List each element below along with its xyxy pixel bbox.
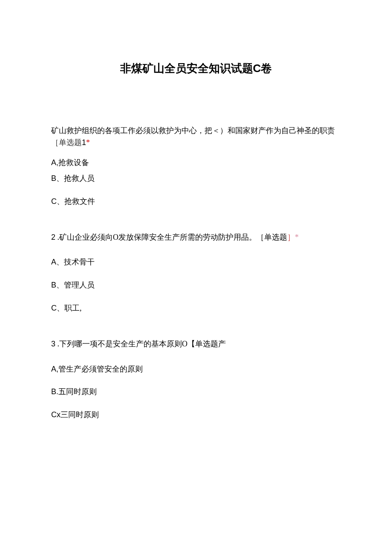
question-3-num: 3: [51, 340, 55, 348]
option-label: A,: [51, 158, 58, 167]
option-text: 抢救人员: [64, 174, 95, 183]
question-1-tag: ［单选题: [51, 138, 82, 147]
page-title: 非煤矿山全员安全知识试题C卷: [51, 60, 341, 78]
option-label: B.: [51, 387, 58, 396]
option-text: 管生产必须管安全的原则: [58, 365, 143, 373]
question-2-text: 2 .矿山企业必须向O发放保障安全生产所需的劳动防护用品。［单选题］*: [51, 231, 341, 244]
q2-option-b: B、管理人员: [51, 279, 341, 291]
option-label: C、: [51, 197, 64, 206]
question-2-stem: .矿山企业必须向O发放保障安全生产所需的劳动防护用品。［单选题: [55, 233, 287, 241]
question-3-text: 3 .下列哪一项不是安全生产的基本原则O【单选题产: [51, 338, 341, 350]
bracket-close: ］: [287, 233, 295, 241]
option-label: A、: [51, 258, 64, 266]
question-1-tag-num: 1: [82, 138, 86, 147]
q1-option-a: A,抢救设备: [51, 157, 341, 169]
question-2-num: 2: [51, 233, 55, 241]
option-label: B、: [51, 281, 64, 289]
q3-option-b: B.五同时原则: [51, 386, 341, 398]
option-label: B、: [51, 174, 64, 183]
question-1-text: 矿山救护组织的各项工作必须以救护为中心，把＜）和国家财产作为自己神圣的职责 ［单…: [51, 125, 341, 149]
question-3: 3 .下列哪一项不是安全生产的基本原则O【单选题产 A,管生产必须管安全的原则 …: [51, 338, 341, 421]
question-1-stem: 矿山救护组织的各项工作必须以救护为中心，把＜）和国家财产作为自己神圣的职责: [51, 126, 335, 135]
option-text: 技术骨干: [64, 258, 95, 266]
q3-option-a: A,管生产必须管安全的原则: [51, 363, 341, 375]
option-label: A,: [51, 365, 58, 373]
option-label: Cx: [51, 410, 61, 419]
q2-option-a: A、技术骨干: [51, 256, 341, 268]
required-asterisk: *: [295, 233, 299, 241]
required-asterisk: *: [86, 138, 90, 147]
option-text: 三同时原则: [61, 410, 99, 419]
option-text: 职工,: [64, 304, 82, 312]
q2-option-c: C、职工,: [51, 302, 341, 314]
option-text: 抢救文件: [64, 197, 95, 206]
question-3-stem: .下列哪一项不是安全生产的基本原则O【单选题产: [55, 340, 226, 348]
option-text: 五同时原则: [58, 387, 97, 396]
option-text: 管理人员: [64, 281, 95, 289]
question-1: 矿山救护组织的各项工作必须以救护为中心，把＜）和国家财产作为自己神圣的职责 ［单…: [51, 125, 341, 208]
q1-option-c: C、抢救文件: [51, 195, 341, 208]
q1-option-b: B、抢救人员: [51, 172, 341, 185]
q3-option-c: Cx三同时原则: [51, 409, 341, 421]
option-text: 抢救设备: [58, 158, 89, 167]
question-2: 2 .矿山企业必须向O发放保障安全生产所需的劳动防护用品。［单选题］* A、技术…: [51, 231, 341, 314]
option-label: C、: [51, 304, 64, 312]
